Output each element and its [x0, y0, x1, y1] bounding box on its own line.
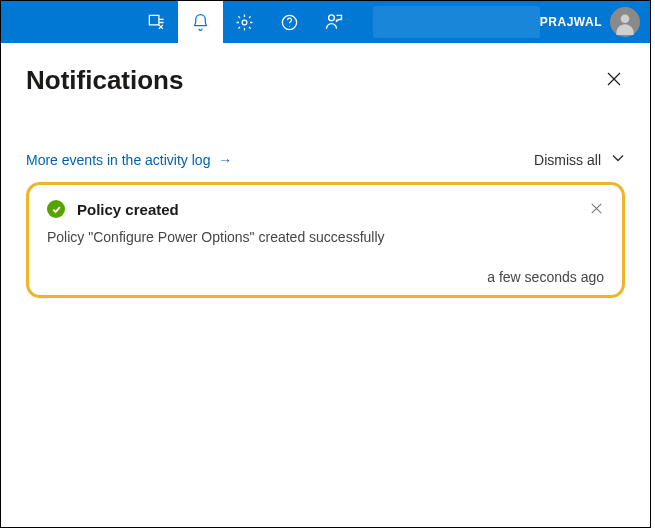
- filter-button[interactable]: [134, 1, 178, 43]
- chevron-down-icon: [611, 151, 625, 168]
- svg-rect-0: [149, 15, 159, 25]
- panel-actions: More events in the activity log → Dismis…: [26, 151, 625, 168]
- svg-point-4: [328, 15, 334, 21]
- avatar: [610, 7, 640, 37]
- help-icon: [280, 13, 299, 32]
- filter-icon: [147, 13, 166, 32]
- activity-log-label: More events in the activity log: [26, 152, 210, 168]
- notifications-panel: Notifications More events in the activit…: [1, 43, 650, 298]
- dismiss-all-button[interactable]: Dismiss all: [534, 151, 625, 168]
- notification-timestamp: a few seconds ago: [47, 269, 604, 285]
- notification-title: Policy created: [77, 201, 179, 218]
- user-name: PRAJWAL: [540, 15, 602, 29]
- settings-button[interactable]: [223, 1, 267, 43]
- app-frame: PRAJWAL Notifications More ev: [0, 0, 651, 528]
- search-box[interactable]: [373, 6, 540, 38]
- svg-point-5: [621, 14, 630, 23]
- gear-icon: [235, 13, 254, 32]
- success-check-icon: [47, 200, 65, 218]
- dismiss-all-label: Dismiss all: [534, 152, 601, 168]
- activity-log-link[interactable]: More events in the activity log →: [26, 152, 232, 168]
- close-panel-button[interactable]: [603, 66, 625, 95]
- notifications-button[interactable]: [178, 1, 222, 43]
- user-area[interactable]: PRAJWAL: [540, 1, 650, 43]
- close-icon: [591, 201, 602, 217]
- top-bar: PRAJWAL: [1, 1, 650, 43]
- topbar-spacer: [1, 1, 134, 43]
- feedback-icon: [324, 12, 344, 32]
- bell-icon: [191, 13, 210, 32]
- page-title: Notifications: [26, 65, 183, 96]
- close-icon: [607, 70, 621, 90]
- svg-point-1: [243, 20, 248, 25]
- notification-header: Policy created: [47, 199, 604, 219]
- panel-header: Notifications: [26, 65, 625, 96]
- notification-message: Policy "Configure Power Options" created…: [47, 229, 604, 245]
- arrow-right-icon: →: [218, 152, 232, 168]
- feedback-button[interactable]: [312, 1, 356, 43]
- help-button[interactable]: [267, 1, 311, 43]
- notification-card: Policy created Policy "Configure Power O…: [26, 182, 625, 298]
- notification-close-button[interactable]: [589, 199, 604, 219]
- svg-point-3: [289, 25, 290, 26]
